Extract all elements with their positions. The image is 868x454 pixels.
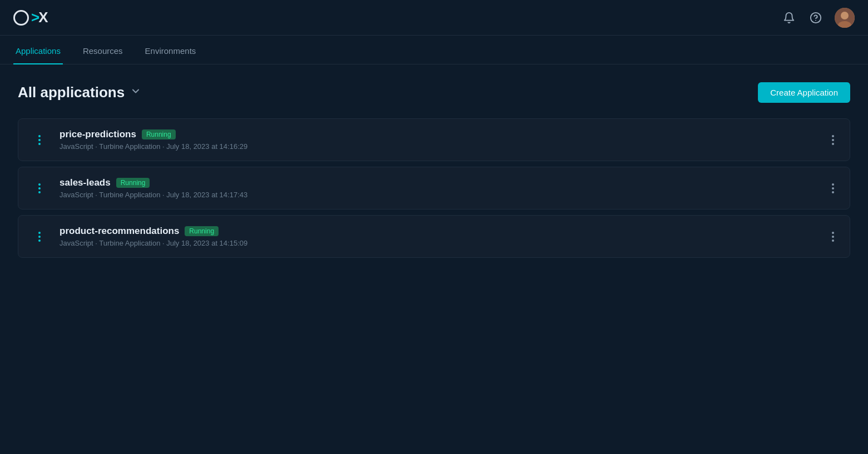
app-info-product-recommendations: product-recommendations Running JavaScri… <box>59 226 817 247</box>
tab-environments[interactable]: Environments <box>143 46 199 64</box>
app-name-row: sales-leads Running <box>59 177 817 188</box>
create-application-button[interactable]: Create Application <box>758 82 850 103</box>
app-name: price-predictions <box>59 129 136 140</box>
app-icon-sales-leads <box>29 178 49 198</box>
status-badge-running: Running <box>116 178 150 188</box>
logo-x-icon: >X <box>31 9 47 26</box>
turbine-icon <box>38 183 41 193</box>
app-more-menu-button[interactable] <box>827 181 839 196</box>
svg-point-3 <box>841 12 849 19</box>
app-info-price-predictions: price-predictions Running JavaScript · T… <box>59 129 817 151</box>
tab-applications[interactable]: Applications <box>13 46 63 64</box>
app-more-menu-button[interactable] <box>827 230 839 244</box>
page-title-group: All applications <box>18 84 141 101</box>
page-title: All applications <box>18 84 125 101</box>
application-list: price-predictions Running JavaScript · T… <box>18 118 850 258</box>
status-badge-running: Running <box>185 226 219 236</box>
help-icon[interactable] <box>808 10 824 26</box>
app-card-price-predictions[interactable]: price-predictions Running JavaScript · T… <box>18 118 850 161</box>
user-avatar[interactable] <box>835 8 855 28</box>
app-more-menu-button[interactable] <box>827 133 839 147</box>
app-name: product-recommendations <box>59 226 179 237</box>
topbar-icons <box>781 8 855 28</box>
notifications-icon[interactable] <box>781 10 797 26</box>
topbar: >X <box>0 0 868 36</box>
status-badge-running: Running <box>142 129 176 139</box>
tab-nav: Applications Resources Environments <box>0 36 868 64</box>
chevron-down-icon[interactable] <box>130 86 141 99</box>
app-icon-price-predictions <box>29 130 49 150</box>
logo-o-icon <box>13 10 29 26</box>
app-name-row: price-predictions Running <box>59 129 817 140</box>
app-card-product-recommendations[interactable]: product-recommendations Running JavaScri… <box>18 215 850 258</box>
app-name: sales-leads <box>59 177 111 188</box>
main-content: All applications Create Application pri <box>0 64 868 276</box>
app-meta: JavaScript · Turbine Application · July … <box>59 142 817 151</box>
app-meta: JavaScript · Turbine Application · July … <box>59 239 817 247</box>
tab-resources[interactable]: Resources <box>81 46 125 64</box>
page-header: All applications Create Application <box>18 82 850 103</box>
app-icon-product-recommendations <box>29 227 49 247</box>
turbine-icon <box>38 232 41 242</box>
turbine-icon <box>38 135 41 145</box>
app-info-sales-leads: sales-leads Running JavaScript · Turbine… <box>59 177 817 199</box>
logo[interactable]: >X <box>13 9 47 26</box>
app-name-row: product-recommendations Running <box>59 226 817 237</box>
app-card-sales-leads[interactable]: sales-leads Running JavaScript · Turbine… <box>18 167 850 209</box>
app-meta: JavaScript · Turbine Application · July … <box>59 191 817 199</box>
